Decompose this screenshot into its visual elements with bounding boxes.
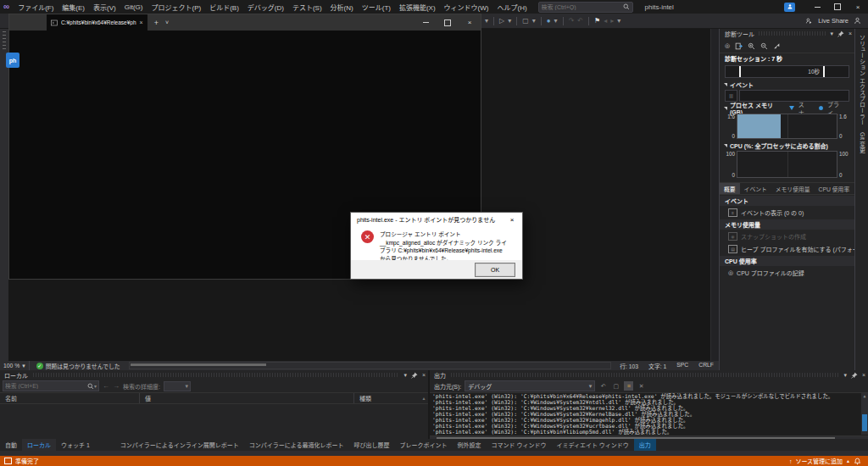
- pin-icon[interactable]: [837, 31, 844, 37]
- tab-locals[interactable]: ローカル: [22, 439, 56, 451]
- tab-immediate-window[interactable]: イミディエイト ウィンドウ: [551, 439, 633, 451]
- target-chevron-icon[interactable]: ▾: [532, 17, 536, 25]
- column-name[interactable]: 名前: [0, 393, 140, 403]
- goto-message-icon[interactable]: ↶: [598, 381, 608, 391]
- word-wrap-icon[interactable]: ≡: [624, 381, 633, 391]
- zoom-level-dropdown[interactable]: 100 % ▾: [0, 361, 30, 370]
- enable-heap-profiling-link[interactable]: ▤ ヒープ プロファイルを有効にする (パフォーマンスに影響します): [720, 242, 854, 255]
- feedback-icon[interactable]: [784, 3, 795, 12]
- char-indicator[interactable]: 文字: 1: [648, 362, 666, 370]
- copy-output-icon[interactable]: ▢: [611, 381, 620, 391]
- step-into-icon[interactable]: ↷: [569, 17, 575, 25]
- tab-solution-explorer[interactable]: ソリューション エクスプローラー: [858, 35, 866, 125]
- cpu-chart-header[interactable]: CPU (%: 全プロセッサに占める割合): [730, 141, 828, 150]
- console-tab[interactable]: C:¥phits¥bin¥x64¥Release¥ph ×: [47, 14, 147, 31]
- locals-search-box[interactable]: ▾: [3, 380, 99, 391]
- user-avatar-icon[interactable]: [854, 17, 861, 25]
- maximize-button[interactable]: [827, 0, 848, 14]
- minimize-button[interactable]: [807, 0, 827, 14]
- output-log[interactable]: 'phits-intel.exe' (Win32): 'C:¥phits¥bin…: [430, 392, 868, 435]
- tab-compiler-optimization-report[interactable]: コンパイラーによる最適化レポート: [244, 439, 349, 451]
- tab-output[interactable]: 出力: [634, 439, 656, 451]
- background-tasks-icon[interactable]: [4, 458, 12, 464]
- menu-view[interactable]: 表示(V): [89, 3, 120, 12]
- tab-call-stack[interactable]: 呼び出し履歴: [348, 439, 394, 451]
- memory-usage-chart[interactable]: [737, 114, 837, 139]
- toolbar-dropdown-icon[interactable]: ▾: [485, 17, 488, 25]
- reset-view-icon[interactable]: [773, 42, 781, 50]
- output-vertical-scrollbar[interactable]: ▲: [861, 393, 868, 435]
- timeline-marker-right[interactable]: [823, 66, 825, 77]
- pin-icon[interactable]: [411, 372, 418, 379]
- menu-build[interactable]: ビルド(B): [205, 3, 243, 12]
- bookmark-icon[interactable]: ⚑: [594, 17, 600, 25]
- menu-git[interactable]: Git(G): [120, 3, 147, 11]
- breakpoint-circle-icon[interactable]: ●: [547, 17, 551, 25]
- console-minimize-button[interactable]: [415, 14, 437, 31]
- collapse-triangle-icon[interactable]: [724, 83, 727, 86]
- diag-tab-events[interactable]: イベント: [740, 183, 771, 194]
- tab-exception-settings[interactable]: 例外設定: [452, 439, 486, 451]
- pin-icon[interactable]: [851, 372, 858, 379]
- search-depth-dropdown[interactable]: ▾: [164, 381, 191, 391]
- diag-tab-cpu[interactable]: CPU 使用率: [815, 183, 854, 194]
- console-close-button[interactable]: ×: [459, 14, 481, 31]
- record-toggle-icon[interactable]: ◎: [725, 42, 730, 49]
- panel-menu-icon[interactable]: ▾: [843, 372, 847, 379]
- bookmark-next-icon[interactable]: ▸: [610, 17, 614, 25]
- collapse-triangle-icon[interactable]: [724, 107, 727, 110]
- quick-search-input[interactable]: [542, 4, 623, 10]
- start-debug-icon[interactable]: ▷: [499, 17, 504, 25]
- line-indicator[interactable]: 行: 103: [620, 362, 638, 370]
- panel-menu-icon[interactable]: ▾: [403, 372, 407, 379]
- zoom-in-icon[interactable]: [748, 42, 755, 50]
- search-next-icon[interactable]: →: [113, 382, 120, 390]
- menu-window[interactable]: ウィンドウ(W): [440, 3, 493, 12]
- output-source-dropdown[interactable]: デバッグ ▾: [465, 380, 595, 391]
- search-prev-icon[interactable]: ←: [103, 382, 109, 390]
- tab-dropdown-icon[interactable]: ˅: [165, 19, 169, 25]
- tab-command-window[interactable]: コマンド ウィンドウ: [486, 439, 551, 451]
- panel-menu-icon[interactable]: ▾: [830, 31, 833, 37]
- menu-tools[interactable]: ツール(T): [358, 3, 395, 12]
- search-options-chevron-icon[interactable]: ▾: [94, 383, 97, 389]
- toolbar-overflow-icon[interactable]: ▾: [617, 17, 620, 25]
- export-report-icon[interactable]: [735, 42, 743, 50]
- locals-search-input[interactable]: [5, 383, 87, 389]
- menu-edit[interactable]: 編集(E): [58, 3, 89, 12]
- menu-debug[interactable]: デバッグ(D): [243, 3, 288, 12]
- target-frame-icon[interactable]: ▢: [522, 17, 529, 25]
- breakpoint-chevron-icon[interactable]: ▾: [554, 17, 558, 25]
- start-options-chevron-icon[interactable]: ▾: [508, 17, 511, 25]
- column-type[interactable]: 種類: [354, 393, 420, 403]
- tab-breakpoints[interactable]: ブレークポイント: [394, 439, 452, 451]
- panel-close-icon[interactable]: ×: [862, 372, 865, 379]
- zoom-out-icon[interactable]: [760, 42, 768, 50]
- editor-horizontal-scrollbar[interactable]: [129, 362, 612, 369]
- diag-tab-memory[interactable]: メモリ使用量: [771, 183, 815, 194]
- clear-output-icon[interactable]: ✕: [637, 381, 646, 391]
- timeline-ruler[interactable]: 10秒: [725, 65, 849, 78]
- source-control-chevron-icon[interactable]: ▲: [846, 458, 850, 463]
- new-tab-icon[interactable]: +: [154, 19, 159, 27]
- panel-close-icon[interactable]: ×: [849, 31, 852, 37]
- live-share-label[interactable]: Live Share: [818, 17, 849, 25]
- menu-help[interactable]: ヘルプ(H): [493, 3, 531, 12]
- quick-search-box[interactable]: [538, 2, 633, 13]
- panel-close-icon[interactable]: ×: [422, 372, 426, 379]
- eol-indicator[interactable]: CRLF: [698, 362, 714, 370]
- tab-git-changes[interactable]: Git 変更: [858, 132, 866, 153]
- space-mode-indicator[interactable]: SPC: [676, 362, 688, 370]
- tab-autos[interactable]: 自動: [0, 439, 22, 451]
- ok-button[interactable]: OK: [475, 263, 515, 277]
- diag-tab-summary[interactable]: 概要: [720, 183, 740, 194]
- scroll-up-icon[interactable]: ▲: [863, 393, 865, 399]
- notifications-bell-icon[interactable]: [854, 458, 861, 465]
- tab-watch1[interactable]: ウォッチ 1: [56, 439, 95, 451]
- menu-analyze[interactable]: 分析(N): [326, 3, 358, 12]
- menu-file[interactable]: ファイル(F): [14, 3, 58, 12]
- tab-compiler-inline-report[interactable]: コンパイラーによるインライン展開レポート: [115, 439, 244, 451]
- dialog-close-button[interactable]: ×: [502, 213, 522, 226]
- column-value[interactable]: 値: [140, 393, 354, 403]
- collapse-triangle-icon[interactable]: [724, 144, 727, 147]
